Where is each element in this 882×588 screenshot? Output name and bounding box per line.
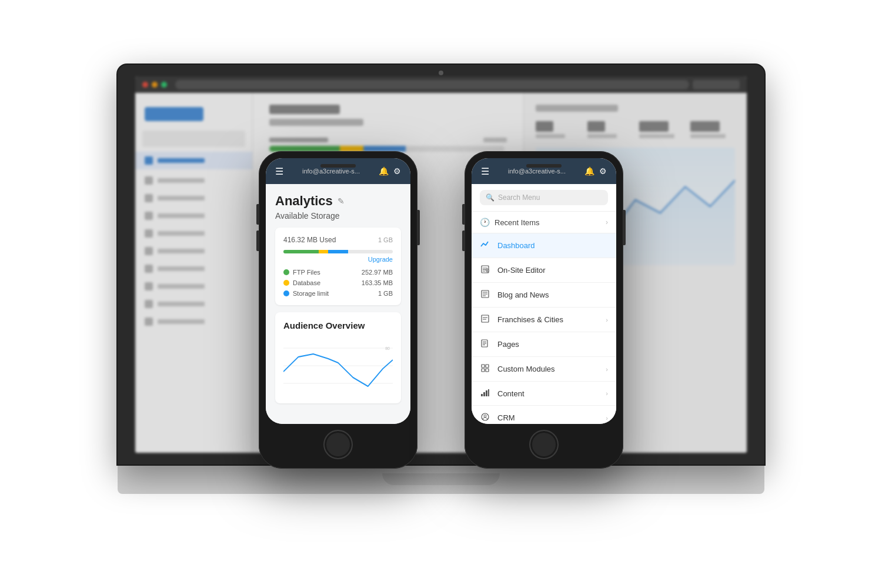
- right-gear-icon[interactable]: ⚙: [599, 166, 607, 176]
- storage-used-text: 416.32 MB Used: [283, 236, 336, 244]
- bar-storage: [328, 250, 348, 253]
- right-bell-icon[interactable]: 🔔: [584, 166, 594, 176]
- ftp-label: FTP Files: [293, 269, 320, 276]
- analytics-title: Analytics: [275, 193, 333, 209]
- phone-left-volume-up: [256, 204, 259, 225]
- phone-right-camera: [526, 164, 562, 168]
- edit-icon[interactable]: ✎: [338, 196, 345, 206]
- svg-rect-25: [486, 369, 489, 372]
- menu-label-blog-news: Blog and News: [497, 290, 608, 299]
- database-value: 163.35 MB: [362, 279, 393, 286]
- pages-icon: [480, 339, 490, 349]
- legend-storage-limit: Storage limit 1 GB: [283, 290, 393, 297]
- legend-ftp: FTP Files 252.97 MB: [283, 269, 393, 276]
- menu-label-crm: CRM: [497, 413, 599, 422]
- phone-left-topbar: ☰ info@a3creative-s... 🔔 ⚙: [266, 158, 410, 184]
- phones-container: ☰ info@a3creative-s... 🔔 ⚙ Analytics ✎ A…: [259, 151, 623, 469]
- phone-right-home-button[interactable]: [529, 430, 559, 459]
- svg-rect-27: [483, 392, 485, 396]
- menu-label-dashboard: Dashboard: [497, 241, 608, 250]
- upgrade-link[interactable]: Upgrade: [283, 256, 393, 263]
- database-label: Database: [293, 279, 320, 286]
- bar-ftp: [283, 250, 319, 253]
- menu-item-pages[interactable]: Pages: [472, 332, 616, 357]
- menu-item-dashboard[interactable]: Dashboard: [472, 233, 616, 258]
- menu-label-franchises: Franchises & Cities: [497, 315, 599, 324]
- crm-chevron: ›: [606, 415, 608, 422]
- phone-right-volume-down: [462, 230, 465, 251]
- laptop-camera: [439, 71, 443, 75]
- database-dot: [283, 280, 289, 286]
- recent-items-label: Recent Items: [495, 218, 601, 227]
- menu-label-custom-modules: Custom Modules: [497, 365, 599, 373]
- menu-item-crm[interactable]: CRM ›: [472, 406, 616, 424]
- crm-icon: [480, 413, 490, 423]
- search-bar: 🔍 Search Menu: [472, 184, 616, 212]
- menu-label-pages: Pages: [497, 340, 608, 349]
- svg-rect-24: [482, 369, 485, 372]
- topbar-email: info@a3creative-s...: [288, 168, 374, 175]
- phone-right-volume-up: [462, 204, 465, 225]
- analytics-content: Analytics ✎ Available Storage 416.32 MB …: [266, 184, 410, 424]
- phone-left-side-button: [417, 210, 420, 245]
- franchises-chevron: ›: [606, 316, 608, 323]
- menu-hamburger-icon[interactable]: ☰: [275, 166, 283, 177]
- bar-database: [319, 250, 329, 253]
- svg-rect-22: [482, 365, 485, 368]
- menu-label-onsite-editor: On-Site Editor: [497, 266, 608, 275]
- svg-rect-28: [486, 390, 487, 396]
- bell-icon[interactable]: 🔔: [379, 166, 389, 176]
- content-icon: [480, 389, 490, 398]
- recent-items-chevron: ›: [606, 218, 608, 226]
- gear-icon[interactable]: ⚙: [393, 166, 401, 176]
- svg-rect-15: [482, 315, 489, 322]
- phone-right-topbar: ☰ info@a3creative-s... 🔔 ⚙: [472, 158, 616, 184]
- phone-left-home-button[interactable]: [323, 430, 353, 459]
- storage-limit-text: 1 GB: [378, 236, 393, 243]
- editor-icon: [480, 265, 490, 275]
- audience-card: Audience Overview 80: [275, 312, 401, 403]
- search-icon: 🔍: [486, 193, 495, 202]
- menu-item-blog-news[interactable]: Blog and News: [472, 283, 616, 308]
- blog-icon: [480, 290, 490, 300]
- search-placeholder: Search Menu: [498, 193, 540, 202]
- storage-bar: [283, 250, 393, 253]
- menu-label-content: Content: [497, 389, 599, 398]
- ftp-dot: [283, 269, 289, 275]
- menu-item-onsite-editor[interactable]: On-Site Editor: [472, 258, 616, 283]
- menu-content: 🔍 Search Menu 🕐 Recent Items ›: [472, 184, 616, 424]
- audience-chart: 80: [283, 336, 393, 395]
- storage-limit-value: 1 GB: [378, 290, 393, 297]
- franchises-icon: [480, 315, 490, 325]
- phone-right-screen: ☰ info@a3creative-s... 🔔 ⚙ 🔍 Search Menu…: [472, 158, 616, 424]
- svg-rect-23: [486, 365, 489, 368]
- storage-card: 416.32 MB Used 1 GB Upgrade FTP Fi: [275, 228, 401, 305]
- content-chevron: ›: [606, 390, 608, 397]
- menu-item-content[interactable]: Content ›: [472, 382, 616, 406]
- storage-limit-dot: [283, 290, 289, 296]
- storage-legend: FTP Files 252.97 MB Database 163.35 MB: [283, 269, 393, 297]
- search-input-wrapper[interactable]: 🔍 Search Menu: [480, 190, 608, 205]
- audience-title: Audience Overview: [283, 320, 393, 330]
- menu-item-custom-modules[interactable]: Custom Modules ›: [472, 357, 616, 382]
- phone-right-side-button: [623, 210, 626, 245]
- recent-items-row[interactable]: 🕐 Recent Items ›: [472, 212, 616, 233]
- svg-point-31: [484, 415, 486, 417]
- menu-list: Dashboard: [472, 233, 616, 424]
- phone-left-volume-down: [256, 230, 259, 251]
- legend-database: Database 163.35 MB: [283, 279, 393, 286]
- storage-section-title: Available Storage: [275, 211, 401, 220]
- dashboard-icon: [480, 240, 490, 250]
- svg-rect-29: [488, 389, 489, 396]
- storage-limit-label: Storage limit: [293, 290, 329, 297]
- right-topbar-email: info@a3creative-s...: [494, 168, 580, 175]
- modules-icon: [480, 364, 490, 374]
- right-menu-hamburger-icon[interactable]: ☰: [481, 166, 489, 177]
- menu-item-franchises[interactable]: Franchises & Cities ›: [472, 308, 616, 332]
- phone-left-camera: [320, 164, 356, 168]
- clock-icon: 🕐: [480, 218, 490, 227]
- modules-chevron: ›: [606, 366, 608, 373]
- svg-text:80: 80: [385, 345, 390, 351]
- phone-left: ☰ info@a3creative-s... 🔔 ⚙ Analytics ✎ A…: [259, 151, 417, 469]
- ftp-value: 252.97 MB: [362, 269, 393, 276]
